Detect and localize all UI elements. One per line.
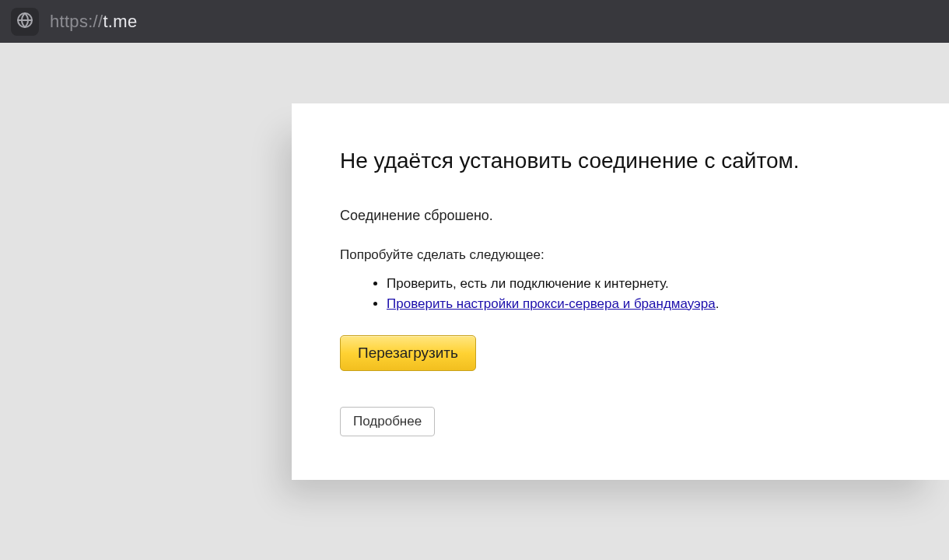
address-bar: https://t.me (0, 0, 949, 43)
try-following-label: Попробуйте сделать следующее: (340, 247, 904, 263)
page-content-area: Не удаётся установить соединение с сайто… (0, 43, 949, 560)
reload-button[interactable]: Перезагрузить (340, 335, 476, 371)
suggestion-list: Проверить, есть ли подключение к интерне… (387, 274, 904, 313)
more-details-button[interactable]: Подробнее (340, 407, 435, 436)
error-title: Не удаётся установить соединение с сайто… (340, 149, 904, 173)
url-display[interactable]: https://t.me (50, 12, 137, 32)
url-protocol: https:// (50, 12, 103, 31)
globe-icon (16, 11, 34, 33)
url-host: t.me (103, 12, 137, 31)
error-card: Не удаётся установить соединение с сайто… (292, 103, 949, 480)
suggestion-item-connection: Проверить, есть ли подключение к интерне… (387, 274, 904, 294)
proxy-settings-link[interactable]: Проверить настройки прокси-сервера и бра… (387, 296, 716, 311)
period: . (716, 296, 720, 311)
error-subtitle: Соединение сброшено. (340, 208, 904, 224)
site-identity-icon-box[interactable] (11, 8, 39, 36)
suggestion-item-proxy: Проверить настройки прокси-сервера и бра… (387, 294, 904, 314)
